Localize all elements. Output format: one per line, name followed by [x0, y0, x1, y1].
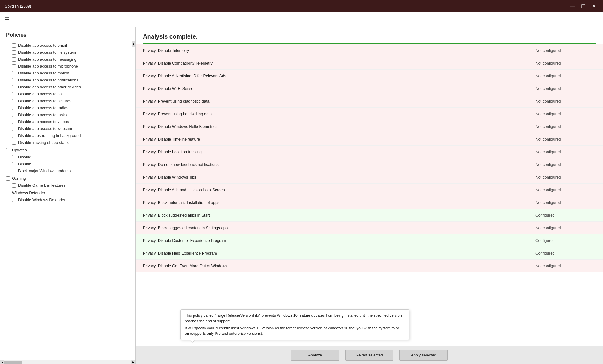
result-status: Not configured: [535, 188, 596, 192]
policy-checkbox[interactable]: [12, 71, 16, 75]
scrollbar-track[interactable]: [4, 361, 131, 364]
list-item[interactable]: Disable app access to notifications: [0, 77, 135, 84]
list-item[interactable]: Disable app access to pictures: [0, 97, 135, 104]
policy-label: Disable app access to tasks: [18, 112, 67, 117]
list-item[interactable]: Disable app access to radios: [0, 104, 135, 111]
result-status: Not configured: [535, 112, 596, 116]
right-panel: Analysis complete. Privacy: Disable Tele…: [136, 27, 603, 364]
apply-selected-button[interactable]: Apply selected: [399, 350, 448, 361]
list-item[interactable]: Disable app access to messaging: [0, 56, 135, 63]
result-row: Privacy: Disable Get Even More Out of Wi…: [136, 260, 603, 272]
scrollbar-thumb[interactable]: [4, 361, 22, 364]
list-item[interactable]: Disable app access to webcam: [0, 125, 135, 132]
list-item[interactable]: Disable app access to videos: [0, 118, 135, 125]
revert-selected-button[interactable]: Revert selected: [345, 350, 393, 361]
result-name: Privacy: Disable Windows Hello Biometric…: [143, 124, 535, 129]
policy-checkbox[interactable]: [12, 127, 16, 131]
policy-checkbox[interactable]: [12, 57, 16, 62]
result-name: Privacy: Do not show feedback notificati…: [143, 162, 535, 167]
policy-checkbox[interactable]: [6, 176, 10, 181]
policy-checkbox[interactable]: [6, 148, 10, 152]
list-item[interactable]: Disable: [0, 154, 135, 160]
policy-label: Disable: [18, 162, 31, 166]
list-item[interactable]: Disable Windows Defender: [0, 196, 135, 203]
result-status: Configured: [535, 238, 596, 243]
result-status: Not configured: [535, 74, 596, 78]
policy-label: Disable: [18, 155, 31, 159]
tooltip: This policy called "TargetReleaseVersion…: [180, 309, 409, 340]
list-item[interactable]: Disable app access to other devices: [0, 84, 135, 90]
policy-label: Disable app access to other devices: [18, 85, 81, 89]
policy-label: Disable app access to pictures: [18, 99, 71, 103]
policy-checkbox[interactable]: [12, 183, 16, 188]
policy-checkbox[interactable]: [12, 169, 16, 173]
result-row: Privacy: Block suggested content in Sett…: [136, 222, 603, 234]
policy-checkbox[interactable]: [12, 106, 16, 110]
result-name: Privacy: Disable Telemetry: [143, 48, 535, 53]
result-status: Not configured: [535, 162, 596, 167]
analyze-button[interactable]: Analyze: [291, 350, 339, 361]
list-item[interactable]: Disable app access to file system: [0, 49, 135, 56]
list-item[interactable]: Disable: [0, 160, 135, 167]
policy-group-defender[interactable]: Windows Defender: [0, 189, 135, 196]
policy-checkbox[interactable]: [12, 99, 16, 103]
policy-checkbox[interactable]: [12, 43, 16, 48]
scroll-left-arrow[interactable]: ◀: [0, 360, 4, 364]
policy-label: Disable app access to messaging: [18, 57, 77, 62]
list-item[interactable]: Disable app access to tasks: [0, 111, 135, 118]
result-name: Privacy: Disable Advertising ID for Rele…: [143, 74, 535, 78]
policy-label: Disable app access to webcam: [18, 126, 72, 131]
policy-checkbox[interactable]: [12, 198, 16, 202]
policy-checkbox[interactable]: [12, 162, 16, 166]
policy-checkbox[interactable]: [12, 50, 16, 55]
policy-checkbox[interactable]: [12, 120, 16, 124]
result-row: Privacy: Prevent using diagnostic data N…: [136, 95, 603, 108]
policy-checkbox[interactable]: [12, 78, 16, 82]
policy-checkbox[interactable]: [12, 92, 16, 96]
result-row: Privacy: Block automatic Installation of…: [136, 196, 603, 209]
list-item[interactable]: Disable app access to call: [0, 90, 135, 97]
policy-group-updates[interactable]: Updates: [0, 146, 135, 154]
policy-label: Disable app access to email: [18, 43, 67, 48]
tooltip-arrow: [190, 340, 196, 343]
policy-checkbox[interactable]: [12, 85, 16, 89]
results-table[interactable]: Privacy: Disable Telemetry Not configure…: [136, 44, 603, 346]
maximize-button[interactable]: ☐: [579, 2, 587, 10]
result-row: Privacy: Prevent using handwriting data …: [136, 108, 603, 120]
policy-group-gaming[interactable]: Gaming: [0, 174, 135, 182]
result-name: Privacy: Prevent using diagnostic data: [143, 99, 535, 103]
list-item[interactable]: Disable app access to microphone: [0, 63, 135, 70]
close-button[interactable]: ✕: [590, 2, 598, 10]
result-name: Privacy: Disable Wi-Fi Sense: [143, 86, 535, 91]
result-status: Not configured: [535, 137, 596, 141]
result-name: Privacy: Block suggested content in Sett…: [143, 226, 535, 230]
list-item[interactable]: Disable tracking of app starts: [0, 139, 135, 146]
result-row: Privacy: Disable Windows Tips Not config…: [136, 171, 603, 184]
list-item[interactable]: Disable app access to motion: [0, 70, 135, 77]
scroll-up-arrow[interactable]: ▲: [132, 41, 135, 47]
menu-icon[interactable]: ☰: [5, 16, 10, 23]
policy-checkbox[interactable]: [12, 141, 16, 145]
app-layout: Policies ▲ Disable app access to email D…: [0, 27, 603, 364]
list-item[interactable]: Block major Windows updates: [0, 167, 135, 174]
policy-checkbox[interactable]: [6, 191, 10, 195]
policy-checkbox[interactable]: [12, 155, 16, 159]
policies-list[interactable]: ▲ Disable app access to email Disable ap…: [0, 41, 135, 360]
result-row: Privacy: Disable Wi-Fi Sense Not configu…: [136, 82, 603, 95]
title-bar: Spydish (2009) — ☐ ✕: [0, 0, 603, 12]
policy-label: Disable app access to call: [18, 92, 63, 96]
horizontal-scrollbar[interactable]: ◀ ▶: [0, 360, 135, 364]
result-status: Not configured: [535, 86, 596, 91]
scroll-right-arrow[interactable]: ▶: [131, 360, 135, 364]
list-item[interactable]: Disable apps running in background: [0, 132, 135, 139]
minimize-button[interactable]: —: [568, 2, 576, 10]
policy-label: Block major Windows updates: [18, 169, 71, 173]
policy-checkbox[interactable]: [12, 113, 16, 117]
group-label: Windows Defender: [12, 191, 45, 195]
policy-checkbox[interactable]: [12, 134, 16, 138]
result-name: Privacy: Block suggested apps in Start: [143, 213, 535, 217]
list-item[interactable]: Disable Game Bar features: [0, 182, 135, 189]
list-item[interactable]: Disable app access to email: [0, 42, 135, 49]
policy-checkbox[interactable]: [12, 64, 16, 68]
policy-label: Disable app access to notifications: [18, 78, 78, 82]
